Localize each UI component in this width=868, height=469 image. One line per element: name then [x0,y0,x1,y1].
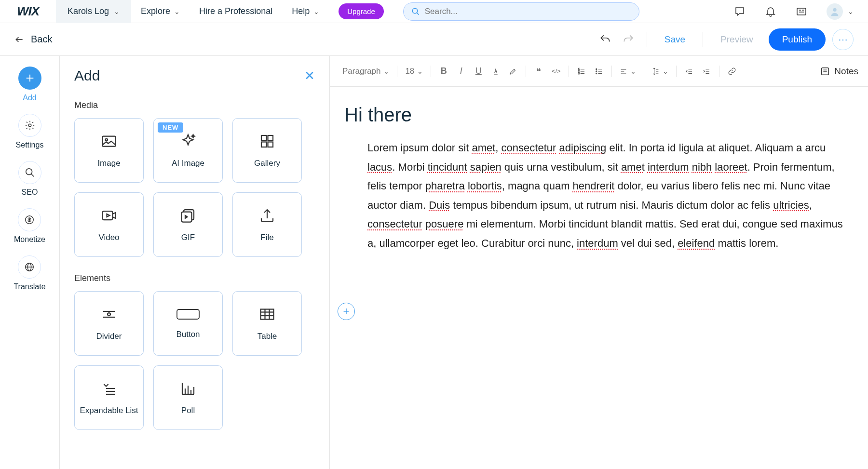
search-wrap [393,2,734,21]
chevron-down-icon: ⌄ [630,67,636,75]
category-elements: Elements [74,273,315,283]
svg-point-51 [596,68,597,69]
card-table[interactable]: Table [232,291,302,356]
card-divider[interactable]: Divider [74,291,144,356]
card-ai-image[interactable]: NEW AI Image [153,118,223,183]
text-color-button[interactable] [488,64,503,79]
style-label: Paragraph [342,67,380,76]
back-label: Back [31,34,52,45]
svg-rect-22 [268,142,273,147]
save-button[interactable]: Save [654,34,696,45]
nav-label: Help [292,6,310,16]
account-dropdown[interactable]: ⌄ [827,3,854,20]
undo-button[interactable] [594,28,617,51]
chat-icon[interactable] [734,6,746,17]
highlight-button[interactable] [505,64,521,79]
rail-label: Settings [16,141,44,149]
action-bar-right: Save Preview Publish ⋯ [594,28,854,51]
card-button[interactable]: Button [153,291,223,356]
style-select[interactable]: Paragraph ⌄ [339,67,392,76]
rail-settings[interactable]: Settings [16,114,44,149]
align-select[interactable]: ⌄ [617,67,639,75]
code-button[interactable]: </> [548,64,564,79]
card-gallery[interactable]: Gallery [232,118,302,183]
nav-help[interactable]: Help ⌄ [282,0,329,23]
sparkle-icon [179,133,197,150]
svg-rect-2 [797,8,806,15]
more-button[interactable]: ⋯ [832,29,854,50]
search-box[interactable] [403,2,639,21]
svg-line-12 [31,174,34,177]
left-rail: Add Settings SEO Monetize Translate [0,56,60,469]
chevron-down-icon: ⌄ [313,8,319,15]
link-button[interactable] [724,64,740,79]
redo-button[interactable] [617,28,640,51]
nav-hire[interactable]: Hire a Professional [190,0,282,23]
card-label: Poll [181,406,195,415]
document-title[interactable]: Hi there [344,104,844,126]
bold-button[interactable]: B [436,64,451,79]
publish-button[interactable]: Publish [769,28,826,51]
rail-monetize[interactable]: Monetize [14,208,45,244]
underline-button[interactable]: U [471,64,486,79]
divider [431,66,431,77]
card-label: Gallery [254,159,280,168]
news-icon[interactable] [796,6,807,17]
card-expandable-list[interactable]: Expandable List [74,365,144,430]
close-button[interactable]: ✕ [304,68,315,83]
rail-label: Monetize [14,235,45,244]
svg-rect-23 [103,211,113,220]
svg-point-6 [833,8,836,11]
new-badge: NEW [158,122,183,133]
rail-label: SEO [22,188,38,197]
document[interactable]: Hi there Lorem ipsum dolor sit amet, con… [330,87,868,270]
svg-point-52 [596,70,597,71]
document-body[interactable]: Lorem ipsum dolor sit amet, consectetur … [344,138,844,253]
rail-seo[interactable]: SEO [18,161,41,197]
svg-rect-17 [103,136,116,147]
card-image[interactable]: Image [74,118,144,183]
bullet-list-button[interactable] [591,64,607,79]
numbered-list-button[interactable]: 123 [574,64,589,79]
divider [719,66,719,77]
chevron-down-icon: ⌄ [383,67,389,75]
divider-icon [100,306,118,323]
indent-button[interactable] [699,64,714,79]
fontsize-select[interactable]: 18 ⌄ [402,67,426,76]
card-file[interactable]: File [232,192,302,257]
back-button[interactable]: Back [14,34,52,45]
divider [397,66,397,77]
outdent-button[interactable] [681,64,697,79]
nav-label: Explore [141,6,170,16]
card-label: GIF [181,233,195,242]
card-label: Image [97,159,120,168]
chevron-down-icon: ⌄ [848,8,854,15]
quote-button[interactable]: ❝ [531,64,546,79]
card-poll[interactable]: Poll [153,365,223,430]
site-dropdown[interactable]: Karols Log ⌄ [56,0,131,23]
upgrade-button[interactable]: Upgrade [339,3,384,19]
card-label: AI Image [172,159,204,168]
search-input[interactable] [425,7,631,16]
nav-explore[interactable]: Explore ⌄ [131,0,190,23]
card-video[interactable]: Video [74,192,144,257]
image-icon [100,133,118,150]
preview-button[interactable]: Preview [710,34,764,45]
svg-rect-21 [261,142,267,147]
avatar [827,3,843,20]
italic-button[interactable]: I [453,64,469,79]
main: Add Settings SEO Monetize Translate [0,56,868,469]
editor: Paragraph ⌄ 18 ⌄ B I U ❝ </> 123 [330,56,868,469]
media-cards: Image NEW AI Image Gallery Video GIF [74,118,315,257]
card-label: Button [176,330,200,339]
rail-translate[interactable]: Translate [14,255,45,291]
line-spacing-select[interactable]: ⌄ [649,67,671,75]
rail-add[interactable]: Add [18,67,41,102]
bell-icon[interactable] [765,6,776,17]
card-gif[interactable]: GIF [153,192,223,257]
wix-logo[interactable]: WIX [0,4,56,19]
add-paragraph-button[interactable]: + [338,303,355,320]
arrow-left-icon [14,35,24,44]
notes-button[interactable]: Notes [820,66,858,77]
chevron-down-icon: ⌄ [174,8,180,15]
